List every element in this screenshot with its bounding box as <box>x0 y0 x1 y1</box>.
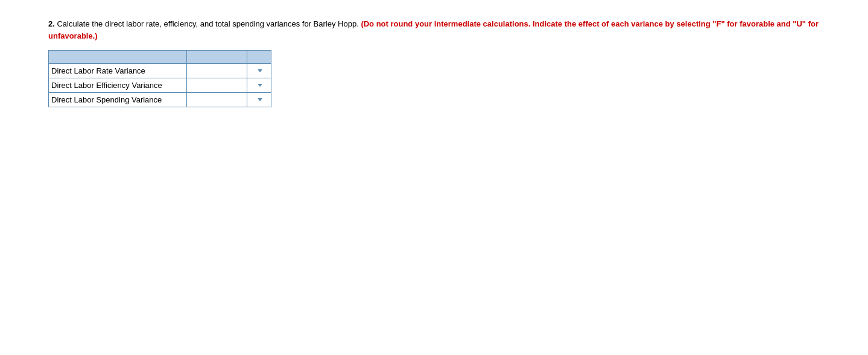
direct-labor-table: Direct Labor Rate Variance Direct Labor … <box>48 50 271 107</box>
dl-header-select <box>247 51 271 64</box>
table-row: Direct Labor Efficiency Variance <box>49 78 271 93</box>
spacer <box>48 125 820 312</box>
dl-rate-variance-arrow-icon <box>258 69 262 72</box>
dl-spending-variance-dropdown[interactable] <box>250 94 268 105</box>
dl-header-value <box>187 51 247 64</box>
dl-header-label <box>49 51 187 64</box>
question-2-text: 2. Calculate the direct labor rate, effi… <box>48 18 820 42</box>
table-row: Direct Labor Rate Variance <box>49 64 271 78</box>
dl-rate-variance-value-cell <box>187 64 247 78</box>
dl-efficiency-variance-value-cell <box>187 78 247 93</box>
dl-efficiency-variance-input[interactable] <box>189 80 244 91</box>
direct-labor-table-header <box>49 51 271 64</box>
dl-spending-variance-input[interactable] <box>189 94 244 105</box>
dl-efficiency-variance-label: Direct Labor Efficiency Variance <box>49 78 187 93</box>
question-2-body: Calculate the direct labor rate, efficie… <box>57 19 361 28</box>
dl-rate-variance-label: Direct Labor Rate Variance <box>49 64 187 78</box>
dl-spending-variance-label: Direct Labor Spending Variance <box>49 93 187 107</box>
question-2-number: 2. <box>48 19 55 28</box>
dl-spending-variance-value-cell <box>187 93 247 107</box>
dl-rate-variance-dropdown[interactable] <box>250 65 268 77</box>
dl-efficiency-variance-arrow-icon <box>258 84 262 87</box>
dl-efficiency-variance-dropdown[interactable] <box>250 80 268 91</box>
dl-rate-variance-input[interactable] <box>189 65 244 77</box>
dl-rate-variance-select-cell[interactable] <box>247 64 271 78</box>
dl-efficiency-variance-select-cell[interactable] <box>247 78 271 93</box>
dl-spending-variance-arrow-icon <box>258 98 262 101</box>
question-2-block: 2. Calculate the direct labor rate, effi… <box>48 18 820 107</box>
dl-spending-variance-select-cell[interactable] <box>247 93 271 107</box>
table-row: Direct Labor Spending Variance <box>49 93 271 107</box>
